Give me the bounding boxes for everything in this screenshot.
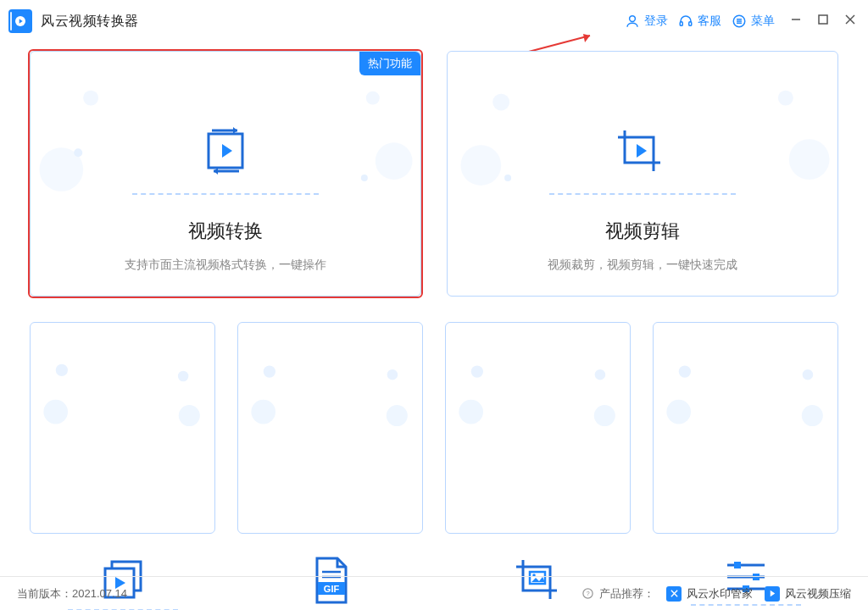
svg-point-48 bbox=[595, 369, 606, 380]
svg-point-25 bbox=[492, 94, 509, 111]
svg-point-46 bbox=[471, 365, 483, 377]
menu-icon bbox=[732, 14, 747, 29]
svg-point-38 bbox=[264, 365, 275, 377]
svg-point-41 bbox=[387, 405, 408, 426]
svg-marker-30 bbox=[637, 144, 647, 158]
svg-point-26 bbox=[460, 145, 501, 186]
hot-badge: 热门功能 bbox=[359, 52, 420, 75]
svg-point-27 bbox=[504, 175, 511, 181]
content-area: 热门功能 视频转换 支持市面主流视频格式转换，一键操作 视频剪辑 视频裁剪，视频… bbox=[0, 42, 868, 534]
svg-point-28 bbox=[778, 91, 793, 106]
menu-label: 菜单 bbox=[751, 14, 775, 29]
svg-point-17 bbox=[74, 148, 82, 157]
support-button[interactable]: 客服 bbox=[678, 14, 721, 29]
bottom-row: 视频合并 多种格式视频合并 GIF 视频转GIF 多种视频格式转换成GIF 视频… bbox=[30, 322, 838, 534]
card-desc: 视频裁剪，视频剪辑，一键快速完成 bbox=[548, 258, 737, 273]
svg-marker-22 bbox=[222, 144, 232, 158]
svg-point-49 bbox=[594, 405, 615, 426]
divider bbox=[132, 193, 319, 195]
convert-icon bbox=[200, 117, 251, 185]
svg-marker-64 bbox=[770, 591, 775, 596]
svg-point-39 bbox=[251, 400, 275, 424]
user-icon bbox=[625, 14, 640, 29]
svg-rect-3 bbox=[680, 22, 682, 26]
svg-point-34 bbox=[179, 405, 200, 426]
recommend-item-watermark[interactable]: 风云水印管家 bbox=[666, 586, 753, 602]
card-video-convert[interactable]: 热门功能 视频转换 支持市面主流视频格式转换，一键操作 bbox=[30, 51, 421, 297]
svg-text:?: ? bbox=[586, 590, 589, 597]
svg-point-29 bbox=[789, 139, 830, 180]
recommend-label-2: 风云视频压缩 bbox=[785, 586, 851, 602]
watermark-app-icon bbox=[666, 586, 682, 602]
svg-point-31 bbox=[56, 364, 68, 376]
svg-point-20 bbox=[361, 175, 368, 181]
recommend-item-compress[interactable]: 风云视频压缩 bbox=[765, 586, 851, 602]
card-title: 视频剪辑 bbox=[605, 219, 680, 244]
top-row: 热门功能 视频转换 支持市面主流视频格式转换，一键操作 视频剪辑 视频裁剪，视频… bbox=[30, 51, 838, 297]
svg-point-55 bbox=[802, 405, 823, 426]
login-button[interactable]: 登录 bbox=[625, 14, 668, 29]
svg-point-40 bbox=[387, 369, 398, 380]
app-logo-icon bbox=[8, 9, 32, 33]
svg-rect-4 bbox=[689, 22, 692, 26]
card-desc: 支持市面主流视频格式转换，一键操作 bbox=[125, 258, 326, 273]
window-minimize-button[interactable] bbox=[790, 14, 802, 29]
svg-point-47 bbox=[459, 400, 483, 424]
svg-point-54 bbox=[803, 369, 814, 380]
window-controls bbox=[790, 14, 856, 29]
card-video-merge[interactable]: 视频合并 多种格式视频合并 bbox=[30, 322, 215, 534]
svg-rect-57 bbox=[734, 562, 741, 568]
svg-point-2 bbox=[630, 16, 636, 22]
recommend-label: ? 产品推荐： bbox=[581, 586, 654, 602]
card-decor bbox=[454, 338, 621, 531]
support-label: 客服 bbox=[698, 14, 721, 29]
card-title: 视频转换 bbox=[188, 219, 263, 244]
card-video-gif[interactable]: GIF 视频转GIF 多种视频格式转换成GIF bbox=[237, 322, 423, 534]
svg-point-32 bbox=[43, 400, 68, 424]
crop-icon bbox=[615, 117, 670, 185]
card-decor bbox=[39, 338, 206, 531]
svg-rect-10 bbox=[819, 15, 827, 24]
svg-point-18 bbox=[366, 92, 380, 105]
svg-point-19 bbox=[376, 142, 413, 180]
titlebar: 风云视频转换器 登录 客服 菜单 bbox=[0, 0, 868, 42]
help-icon: ? bbox=[581, 587, 594, 600]
svg-point-52 bbox=[679, 365, 691, 377]
svg-point-33 bbox=[178, 371, 189, 382]
divider bbox=[549, 193, 736, 195]
compress-app-icon bbox=[765, 586, 780, 602]
svg-point-16 bbox=[40, 147, 84, 191]
card-video-screenshot[interactable]: 视频截图 精确定位视频，获取截图 bbox=[445, 322, 631, 534]
recommend-label-1: 风云水印管家 bbox=[687, 586, 753, 602]
card-video-edit[interactable]: 视频剪辑 视频裁剪，视频剪辑，一键快速完成 bbox=[447, 51, 838, 297]
card-decor bbox=[662, 338, 829, 531]
svg-point-53 bbox=[666, 400, 691, 424]
version-label: 当前版本： bbox=[17, 586, 72, 602]
svg-point-15 bbox=[83, 91, 98, 106]
window-maximize-button[interactable] bbox=[817, 14, 829, 29]
version-value: 2021.07.14 bbox=[72, 587, 127, 600]
card-video-optimize[interactable]: 视频优化 视频添加配乐，视频旋转 bbox=[653, 322, 838, 534]
login-label: 登录 bbox=[644, 14, 668, 29]
app-title: 风云视频转换器 bbox=[41, 13, 139, 30]
footer-bar: 当前版本： 2021.07.14 ? 产品推荐： 风云水印管家 风云视频压缩 bbox=[0, 576, 868, 610]
window-close-button[interactable] bbox=[844, 14, 856, 29]
menu-button[interactable]: 菜单 bbox=[732, 14, 775, 29]
headset-icon bbox=[678, 14, 693, 29]
card-decor bbox=[247, 338, 414, 531]
